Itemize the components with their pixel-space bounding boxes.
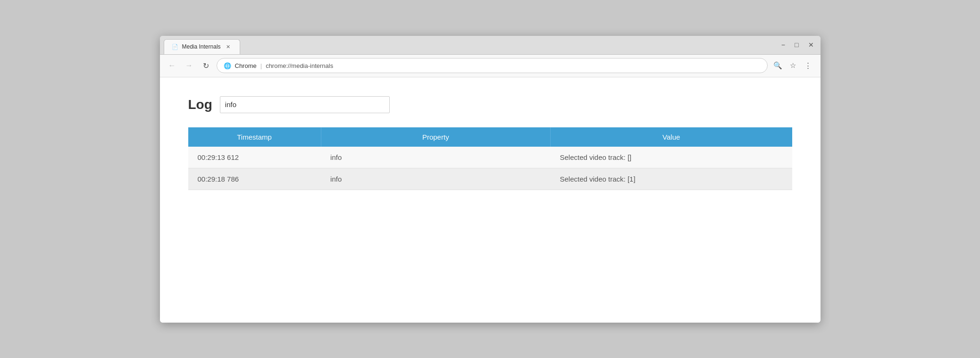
reload-button[interactable]: ↻ xyxy=(200,59,213,72)
search-icon[interactable]: 🔍 xyxy=(771,59,785,72)
log-filter-input[interactable] xyxy=(220,96,390,113)
active-tab[interactable]: 📄 Media Internals ✕ xyxy=(164,39,240,54)
browser-window: 📄 Media Internals ✕ − □ ✕ ← → ↻ 🌐 Chrome… xyxy=(160,36,821,323)
table-row: 00:29:13 612infoSelected video track: [] xyxy=(188,147,792,168)
url-origin: Chrome xyxy=(235,62,257,69)
url-path: chrome://media-internals xyxy=(266,62,333,69)
security-icon: 🌐 xyxy=(224,62,231,69)
cell-property: info xyxy=(321,147,550,168)
cell-value: Selected video track: [1] xyxy=(550,168,792,190)
menu-icon[interactable]: ⋮ xyxy=(802,59,815,72)
forward-button[interactable]: → xyxy=(183,59,196,72)
tab-area: 📄 Media Internals ✕ xyxy=(164,36,779,54)
timestamp-header: Timestamp xyxy=(188,127,321,147)
log-label: Log xyxy=(188,97,212,112)
maximize-button[interactable]: □ xyxy=(792,40,801,50)
url-separator: | xyxy=(260,62,262,69)
tab-close-button[interactable]: ✕ xyxy=(225,43,232,50)
cell-value: Selected video track: [] xyxy=(550,147,792,168)
cell-timestamp: 00:29:18 786 xyxy=(188,168,321,190)
url-bar[interactable]: 🌐 Chrome | chrome://media-internals xyxy=(217,58,768,73)
tab-title: Media Internals xyxy=(182,43,221,50)
tab-page-icon: 📄 xyxy=(172,44,178,50)
close-button[interactable]: ✕ xyxy=(805,40,817,50)
title-bar: 📄 Media Internals ✕ − □ ✕ xyxy=(160,36,821,55)
back-button[interactable]: ← xyxy=(166,59,179,72)
address-bar: ← → ↻ 🌐 Chrome | chrome://media-internal… xyxy=(160,55,821,77)
bookmark-icon[interactable]: ☆ xyxy=(787,59,800,72)
table-row: 00:29:18 786infoSelected video track: [1… xyxy=(188,168,792,190)
minimize-button[interactable]: − xyxy=(779,40,788,50)
window-controls: − □ ✕ xyxy=(779,40,817,50)
cell-timestamp: 00:29:13 612 xyxy=(188,147,321,168)
cell-property: info xyxy=(321,168,550,190)
address-actions: 🔍 ☆ ⋮ xyxy=(771,59,815,72)
property-header: Property xyxy=(321,127,550,147)
table-header-row: Timestamp Property Value xyxy=(188,127,792,147)
log-section: Log xyxy=(188,96,792,113)
page-content: Log Timestamp Property Value 00:29:13 61… xyxy=(160,77,821,323)
value-header: Value xyxy=(550,127,792,147)
log-table: Timestamp Property Value 00:29:13 612inf… xyxy=(188,127,792,190)
